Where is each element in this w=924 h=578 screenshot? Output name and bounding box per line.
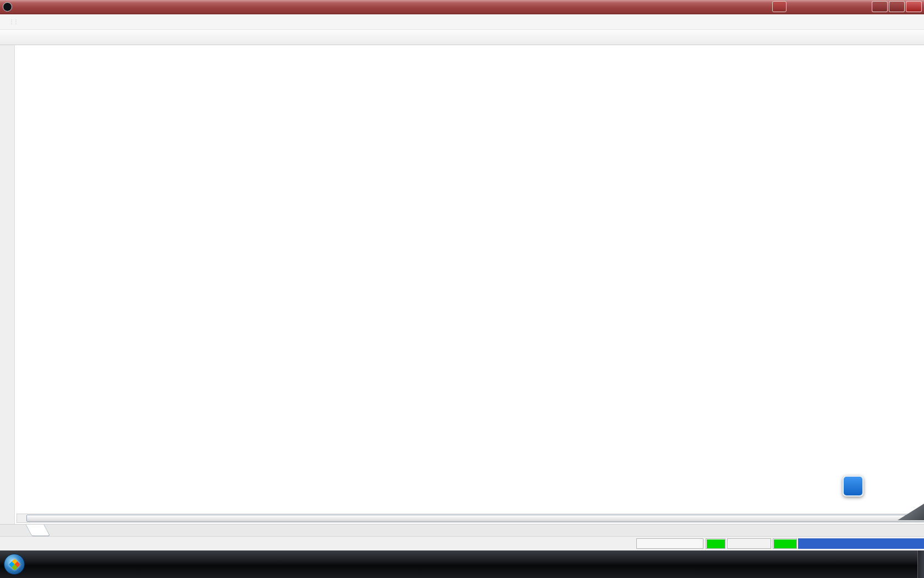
main-toolbar: [0, 30, 924, 45]
toolbar-grip-icon: ⋮⋮: [9, 19, 18, 25]
status-feed: [727, 538, 771, 549]
maximize-button[interactable]: [889, 1, 905, 12]
status-datetime: [798, 538, 924, 549]
drawing-tool-strip: [0, 45, 15, 524]
chart-window[interactable]: [15, 45, 924, 524]
teamviewer-float-icon[interactable]: [843, 476, 864, 497]
time-axis: [15, 500, 873, 509]
tab-30min[interactable]: [25, 525, 50, 536]
show-desktop-button[interactable]: [917, 550, 924, 578]
scrollbar-thumb[interactable]: [26, 515, 924, 522]
app-icon: [3, 2, 12, 12]
scroll-left-arrow[interactable]: [17, 514, 26, 522]
session-arrows-button[interactable]: [772, 1, 787, 12]
price-chart[interactable]: [16, 47, 834, 494]
menu-bar: ⋮⋮: [0, 14, 924, 30]
status-able-badge: [706, 538, 725, 549]
minimize-button[interactable]: [872, 1, 888, 12]
horizontal-scrollbar[interactable]: [16, 514, 924, 523]
title-bar[interactable]: [0, 0, 924, 14]
start-button[interactable]: [4, 554, 25, 575]
taskbar: [0, 550, 924, 578]
price-axis: [835, 47, 869, 494]
status-data-badge: [773, 538, 797, 549]
status-empty-box: [636, 538, 703, 549]
close-button[interactable]: [906, 1, 922, 12]
chart-tab-row: [0, 524, 924, 536]
status-bar: [0, 536, 924, 550]
